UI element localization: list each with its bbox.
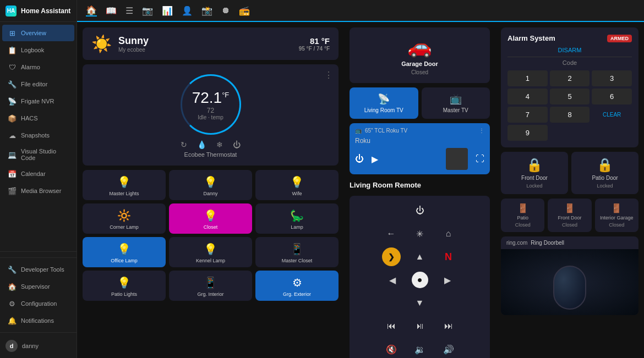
thermostat-refresh-icon[interactable]: ↻: [181, 140, 187, 149]
remote-mute-btn[interactable]: 🔇: [382, 340, 401, 358]
light-grg-interior[interactable]: 📱 Grg. Interior: [169, 271, 252, 301]
keypad-clear[interactable]: CLEAR: [592, 107, 632, 123]
remote-ok-btn[interactable]: ●: [412, 272, 428, 288]
tv-master-label: Master TV: [443, 107, 468, 113]
keypad-3[interactable]: 3: [592, 70, 632, 86]
remote-power-btn[interactable]: ⏻: [411, 201, 429, 220]
alarm-disarm-btn[interactable]: DISARM: [507, 47, 632, 53]
remote-up-btn[interactable]: ▲: [411, 247, 429, 266]
light-lamp[interactable]: 🦕 Lamp: [255, 203, 339, 234]
sidebar-bottom: 🔧 Developer Tools 🏠 Supervisor ⚙ Configu…: [0, 251, 77, 358]
remote-asterisk-btn[interactable]: ✳: [411, 224, 429, 243]
keypad-9[interactable]: 9: [507, 125, 548, 141]
keypad-1[interactable]: 1: [507, 70, 548, 86]
topbar-users-icon[interactable]: 👤: [182, 5, 193, 16]
remote-right-btn[interactable]: ▶: [438, 271, 457, 289]
light-closet[interactable]: 💡 Closet: [169, 203, 252, 234]
volume-controls: 🔇 🔉 🔊: [382, 340, 458, 358]
lock-patio[interactable]: 🔒 Patio Door Locked: [571, 152, 638, 194]
now-playing-power-btn[interactable]: ⏻: [355, 154, 364, 164]
keypad-4[interactable]: 4: [507, 89, 548, 104]
sidebar-item-media[interactable]: 🎬 Media Browser: [2, 183, 74, 199]
tv-selector: 📡 Living Room TV 📺 Master TV: [350, 87, 490, 119]
lock-front[interactable]: 🔒 Front Door Locked: [501, 152, 568, 194]
sidebar-item-overview[interactable]: ⊞ Overview: [2, 25, 74, 41]
light-danny[interactable]: 💡 Danny: [169, 170, 252, 200]
light-corner[interactable]: 🔆 Corner Lamp: [83, 203, 166, 234]
remote-down-btn[interactable]: ▼: [411, 294, 429, 312]
light-office[interactable]: 💡 Office Lamp: [83, 237, 166, 267]
light-grg-exterior[interactable]: ⚙ Grg. Exterior: [255, 271, 339, 301]
light-master-closet[interactable]: 📱 Master Closet: [255, 237, 339, 267]
remote-back-btn[interactable]: ←: [382, 224, 401, 243]
now-playing-fullscreen-btn[interactable]: ⛶: [476, 154, 484, 164]
keypad-7[interactable]: 7: [507, 107, 548, 123]
light-wife-icon: 💡: [290, 175, 304, 189]
light-master[interactable]: 💡 Master Lights: [83, 170, 166, 200]
sidebar-item-vscode[interactable]: 💻 Visual Studio Code: [2, 144, 74, 165]
light-corner-icon: 🔆: [117, 209, 131, 222]
thermostat-snow-icon[interactable]: ❄: [216, 140, 223, 149]
sidebar-item-calendar[interactable]: 📅 Calendar: [2, 166, 74, 182]
topbar-menu-icon[interactable]: ☰: [125, 5, 133, 16]
remote-plex-btn[interactable]: ❯: [382, 247, 401, 266]
topbar-snapshots-icon[interactable]: 📸: [201, 5, 212, 16]
weather-icon: ☀️: [91, 34, 112, 53]
remote-fastforward-btn[interactable]: ⏭: [439, 317, 458, 335]
light-patio[interactable]: 💡 Patio Lights: [83, 271, 166, 301]
sidebar-item-alarmo[interactable]: 🛡 Alarmo: [2, 59, 74, 75]
topbar-camera-icon[interactable]: 📷: [142, 5, 153, 16]
ring-doorbell-card: ring.com Ring Doorbell: [501, 236, 638, 315]
keypad-2[interactable]: 2: [550, 70, 590, 86]
garage-label: Garage Door: [401, 60, 438, 67]
weather-info: Sunny My ecobee: [118, 35, 149, 53]
thermostat-water-icon[interactable]: 💧: [197, 140, 206, 149]
remote-playpause-btn[interactable]: ⏯: [411, 317, 429, 335]
remote-vol-up-btn[interactable]: 🔊: [439, 340, 458, 358]
topbar-logbook-icon[interactable]: 📖: [106, 5, 117, 16]
weather-condition: Sunny: [118, 35, 149, 47]
now-playing-menu-icon[interactable]: ⋮: [479, 128, 484, 134]
sidebar-item-logbook[interactable]: 📋 Logbook: [2, 42, 74, 58]
sidebar-item-snapshots[interactable]: ☁ Snapshots: [2, 127, 74, 144]
remote-row-down: ▼: [411, 294, 429, 312]
sidebar-header: HA Home Assistant: [0, 0, 77, 22]
remote-home-btn[interactable]: ⌂: [439, 224, 458, 243]
topbar-home-icon[interactable]: 🏠: [86, 5, 97, 16]
light-kennel-icon: 💡: [204, 243, 217, 256]
light-master-closet-icon: 📱: [290, 243, 304, 256]
sidebar-item-supervisor[interactable]: 🏠 Supervisor: [2, 278, 74, 295]
sidebar-item-file-editor[interactable]: 🔧 File editor: [2, 76, 74, 92]
topbar-record-icon[interactable]: ⏺: [221, 5, 230, 15]
light-wife[interactable]: 💡 Wife: [255, 170, 339, 200]
sidebar-item-configuration[interactable]: ⚙ Configuration: [2, 295, 74, 312]
thermostat-menu-icon[interactable]: ⋮: [324, 70, 333, 80]
media-controls: ⏮ ⏯ ⏭: [382, 317, 458, 335]
main-area: 🏠 📖 ☰ 📷 📊 👤 📸 ⏺ 📻 ☀️ Sunny My ecobee 81 …: [77, 0, 644, 358]
keypad-8[interactable]: 8: [550, 107, 590, 123]
topbar-radio-icon[interactable]: 📻: [239, 5, 250, 16]
media-icon: 🎬: [8, 186, 17, 195]
light-master-closet-label: Master Closet: [282, 258, 313, 263]
sidebar-item-dev-tools[interactable]: 🔧 Developer Tools: [2, 261, 74, 278]
remote-left-btn[interactable]: ◀: [383, 271, 402, 289]
keypad-5[interactable]: 5: [550, 89, 590, 104]
remote-rewind-btn[interactable]: ⏮: [382, 317, 401, 335]
tv-living-room[interactable]: 📡 Living Room TV: [350, 87, 418, 119]
topbar-stats-icon[interactable]: 📊: [162, 5, 173, 16]
lock-front-status: Locked: [526, 183, 542, 189]
garage-card[interactable]: 🚗 Garage Door Closed: [350, 27, 490, 83]
thermostat-power-icon[interactable]: ⏻: [233, 140, 241, 149]
thermostat-card: ⋮ 72.1°F 72 Idle · temp ↻ 💧 ❄ ⏻ Ecobee T…: [83, 64, 339, 166]
user-profile[interactable]: d danny: [0, 336, 77, 356]
sidebar-item-frigate[interactable]: 📡 Frigate NVR: [2, 93, 74, 109]
now-playing-play-btn[interactable]: ▶: [372, 154, 378, 164]
light-kennel[interactable]: 💡 Kennel Lamp: [169, 237, 252, 267]
keypad-6[interactable]: 6: [592, 89, 632, 104]
remote-netflix-btn[interactable]: N: [439, 247, 458, 266]
remote-vol-down-btn[interactable]: 🔉: [411, 340, 429, 358]
sidebar-item-hacs[interactable]: 📦 HACS: [2, 110, 74, 126]
alarm-code-label: Code: [507, 59, 632, 66]
sidebar-item-notifications[interactable]: 🔔 Notifications: [2, 312, 74, 329]
tv-master[interactable]: 📺 Master TV: [422, 87, 490, 119]
